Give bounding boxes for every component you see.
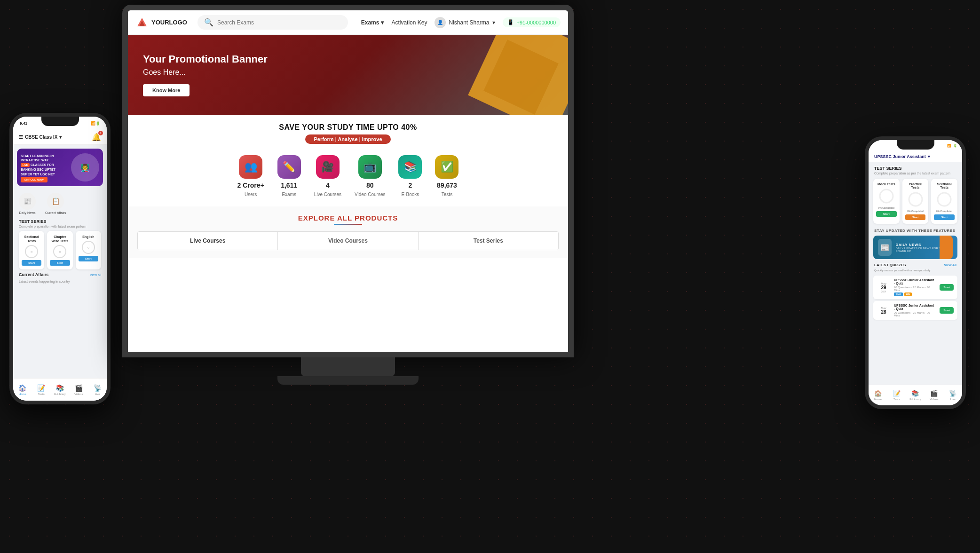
test-series-sub: Complete preparation with latest exam pa…: [13, 225, 107, 231]
user-menu[interactable]: 👤 Nishant Sharma ▾: [435, 17, 495, 28]
nav-videos[interactable]: 🎬 Videos: [69, 381, 88, 398]
products-section: EXPLORE ALL PRODUCTS Live Courses Video …: [128, 206, 568, 258]
start-button[interactable]: Start: [50, 260, 70, 266]
eng-tag: ENG: [894, 292, 903, 296]
tests-icon: ✅: [435, 155, 458, 179]
tab-live-courses[interactable]: Live Courses: [138, 232, 278, 250]
logo-area: YOURLOGO: [135, 16, 192, 29]
notification-icon[interactable]: 🔔1: [92, 133, 101, 142]
live-courses-count: 4: [326, 182, 330, 189]
tab-test-series[interactable]: Test Series: [419, 232, 558, 250]
know-more-button[interactable]: Know More: [143, 84, 190, 96]
sectional-label: Sectional Tests: [934, 182, 955, 189]
rphone-card-practice[interactable]: Practice Tests 0% Completed Start: [902, 179, 929, 224]
rphone-card-mock[interactable]: Mock Tests 0% Completed Start: [873, 179, 900, 224]
exams-menu[interactable]: Exams ▾: [361, 19, 384, 26]
svg-point-6: [938, 193, 951, 206]
phone-contact[interactable]: 📱 +91-0000000000: [503, 17, 561, 27]
view-all-link[interactable]: View All: [944, 263, 956, 267]
mock-pct: 0% Completed: [878, 206, 894, 209]
practice-start[interactable]: Start: [905, 214, 926, 220]
monitor-stand: [301, 357, 395, 376]
phone-notch: [41, 117, 79, 126]
quiz-title-1: UPSSSC Junior Assistant - Quiz: [894, 304, 936, 310]
monitor-frame: YOURLOGO 🔍 Exams ▾ Activation Key 👤 Nish…: [122, 5, 574, 357]
class-selector[interactable]: ☰ CBSE Class IX ▾: [19, 134, 62, 140]
quiz-start-btn-1[interactable]: Start: [940, 307, 954, 314]
test-card-english[interactable]: English ○ Start: [76, 231, 101, 269]
test-progress-circle: ○: [82, 241, 95, 254]
website: YOURLOGO 🔍 Exams ▾ Activation Key 👤 Nish…: [128, 10, 568, 352]
start-button[interactable]: Start: [22, 260, 41, 266]
rnav-live[interactable]: 📡 Live: [943, 388, 962, 403]
quiz-info-0: UPSSSC Junior Assistant - Quiz 20 Questi…: [890, 278, 940, 296]
quiz-item-1[interactable]: May 28 UPSSSC Junior Assistant - Quiz 20…: [873, 301, 957, 320]
nav-live[interactable]: 📡 Live: [88, 381, 107, 398]
quiz-start-btn-0[interactable]: Start: [940, 284, 954, 291]
start-button[interactable]: Start: [79, 256, 98, 261]
nav-elibrary[interactable]: 📚 E-Library: [51, 381, 70, 398]
sectional-start[interactable]: Start: [934, 214, 955, 220]
quizzes-title: LATEST QUIZZES: [874, 263, 906, 267]
rnav-home[interactable]: 🏠 Home: [869, 388, 887, 403]
hamburger-icon[interactable]: ☰: [19, 134, 23, 140]
nav-home[interactable]: 🏠 Home: [13, 381, 32, 398]
users-label: Users: [245, 192, 257, 197]
stat-exams: ✏️ 1,611 Exams: [277, 155, 301, 197]
home-label: Home: [19, 393, 26, 395]
quiz-info-1: UPSSSC Junior Assistant - Quiz 20 Questi…: [890, 304, 940, 317]
logo-text: YOURLOGO: [151, 19, 187, 26]
stats-row: 👥 2 Crore+ Users ✏️ 1,611 Exams 🎥 4 Live…: [137, 150, 559, 202]
products-divider: [334, 224, 362, 225]
quiz-day: 29: [877, 285, 890, 290]
quiz-title-0: UPSSSC Junior Assistant - Quiz: [894, 278, 936, 285]
quiz-item-0[interactable]: May 29 2024 UPSSSC Junior Assistant - Qu…: [873, 276, 957, 299]
video-courses-count: 80: [366, 182, 374, 189]
search-input[interactable]: [217, 19, 341, 26]
ebooks-icon: 📚: [398, 155, 422, 179]
search-bar[interactable]: 🔍: [198, 15, 348, 30]
tests-icon: 📝: [893, 390, 901, 397]
features-title: STAY UPDATED WITH THESE FEATURES: [869, 224, 962, 236]
exams-count: 1,611: [281, 182, 297, 189]
orange-decoration: [940, 236, 953, 259]
enroll-button[interactable]: ENROLL NOW: [21, 177, 47, 182]
practice-pct: 0% Completed: [907, 210, 923, 213]
tab-video-courses[interactable]: Video Courses: [278, 232, 418, 250]
videos-icon: 🎬: [930, 390, 938, 397]
phone-header: ☰ CBSE Class IX ▾ 🔔1: [13, 130, 107, 145]
video-courses-label: Video Courses: [355, 192, 385, 197]
status-icons: 📶🔋: [91, 121, 100, 126]
rnav-videos[interactable]: 🎬 Videos: [925, 388, 943, 403]
quick-item-affairs[interactable]: 📋 Current Affairs: [45, 193, 66, 214]
rnav-tests[interactable]: 📝 Tests: [887, 388, 906, 403]
test-cards-row: Sectional Tests ○ Start Chapter Wise Tes…: [13, 231, 107, 269]
stat-live-courses: 🎥 4 Live Courses: [314, 155, 341, 197]
phone-promo-banner: START LEARNING IN INTRACTIVE WAY LIVE CL…: [17, 149, 103, 186]
nav-tests[interactable]: 📝 Tests: [32, 381, 51, 398]
latest-quizzes-header: LATEST QUIZZES View All: [869, 259, 962, 269]
quick-item-news[interactable]: 📰 Daily News: [19, 193, 36, 214]
mock-start[interactable]: Start: [876, 211, 897, 217]
exams-label: Exams: [361, 19, 379, 26]
banner-title: Your Promotional Banner: [143, 53, 268, 65]
rnav-elibrary[interactable]: 📚 E-Library: [906, 388, 925, 403]
test-card-sectional[interactable]: Sectional Tests ○ Start: [19, 231, 44, 269]
stat-ebooks: 📚 2 E-Books: [398, 155, 422, 197]
test-card-chapter[interactable]: Chapter Wise Tests ○ Start: [47, 231, 72, 269]
current-affairs-header: Current Affairs View all: [13, 269, 107, 280]
rphone-header: UPSSSC Junior Assistant ▾: [869, 151, 962, 162]
exam-selector[interactable]: UPSSSC Junior Assistant ▾: [874, 154, 930, 159]
stat-users: 👥 2 Crore+ Users: [237, 155, 264, 197]
view-all-link[interactable]: View all: [90, 273, 101, 276]
daily-news-card[interactable]: 📰 DAILY NEWS DAILY UPDATES OF NEWS FOR Y…: [873, 236, 957, 259]
left-phone: 9:41 📶🔋 ☰ CBSE Class IX ▾ 🔔1 START LEARN…: [9, 113, 111, 404]
mock-label: Mock Tests: [877, 182, 895, 186]
live-courses-icon: 🎥: [316, 155, 340, 179]
rphone-card-sectional[interactable]: Sectional Tests 0% Completed Start: [931, 179, 957, 224]
rphone-bottom-nav: 🏠 Home 📝 Tests 📚 E-Library 🎬 Videos 📡 Li…: [869, 385, 962, 405]
activation-key[interactable]: Activation Key: [391, 19, 427, 26]
exams-icon: ✏️: [277, 155, 301, 179]
products-title: EXPLORE ALL PRODUCTS: [137, 214, 559, 222]
exam-label: UPSSSC Junior Assistant: [874, 154, 926, 159]
